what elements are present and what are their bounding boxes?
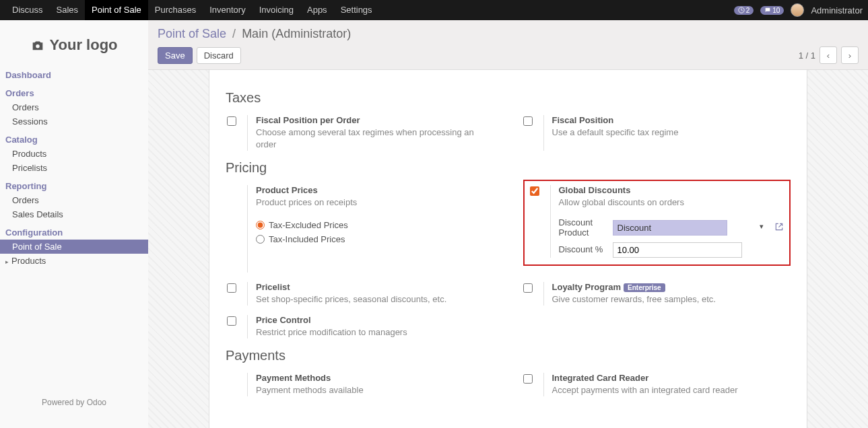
save-button[interactable]: Save [158,47,193,64]
pager-prev[interactable]: ‹ [820,46,837,64]
sidebar-dashboard[interactable]: Dashboard [5,68,148,82]
sidebar-reporting-orders[interactable]: Orders [5,193,148,207]
product-prices-title: Product Prices [256,185,495,195]
radio-tax-excluded-label: Tax-Excluded Prices [269,220,348,230]
checkbox-card-reader[interactable] [523,374,533,384]
breadcrumb-current: Main (Administrator) [242,27,351,40]
sidebar-orders[interactable]: Orders [5,86,148,100]
radio-tax-excluded[interactable] [256,221,265,229]
breadcrumb: Point of Sale / Main (Administrator) [158,27,859,41]
external-link-icon[interactable] [774,222,784,234]
sidebar-orders-sessions[interactable]: Sessions [5,114,148,129]
form-sheet: Taxes Fiscal Position per Order Choose a… [209,70,807,428]
loyalty-desc: Give customer rewards, free samples, etc… [552,293,791,306]
section-pricing: Pricing [226,160,791,176]
sidebar-configuration[interactable]: Configuration [5,225,148,240]
sidebar-catalog-products[interactable]: Products [5,147,148,161]
comment-icon [764,7,771,13]
card-reader-title: Integrated Card Reader [552,373,791,383]
menu-inventory[interactable]: Inventory [203,0,252,20]
section-payments: Payments [226,348,791,363]
radio-tax-included[interactable] [256,235,265,244]
messages-badge[interactable]: 10 [760,6,784,15]
avatar[interactable] [791,3,804,17]
clock-icon [738,7,745,13]
checkbox-pricelist[interactable] [227,283,236,293]
loyalty-title: Loyalty ProgramEnterprise [552,282,791,292]
payment-methods-title: Payment Methods [256,373,495,383]
checkbox-global-discounts[interactable] [530,186,539,196]
product-prices-desc: Product prices on receipts [256,197,495,209]
svg-point-1 [36,44,40,48]
clock-badge[interactable]: 2 [734,6,754,15]
powered-by[interactable]: Powered by Odoo [0,391,148,414]
global-discounts-desc: Allow global discounts on orders [559,197,784,209]
main-content: Point of Sale / Main (Administrator) Sav… [148,20,868,428]
breadcrumb-root[interactable]: Point of Sale [158,27,226,40]
menu-settings[interactable]: Settings [334,0,379,20]
discount-pct-label: Discount % [559,244,606,255]
sidebar-reporting[interactable]: Reporting [5,179,148,193]
discount-pct-input[interactable] [613,242,742,258]
breadcrumb-sep: / [232,27,236,40]
camera-icon [30,38,45,52]
menu-pos[interactable]: Point of Sale [85,0,148,20]
fiscal-position-desc: Use a default specific tax regime [552,127,791,139]
pricelist-title: Pricelist [256,282,495,292]
price-control-title: Price Control [256,315,495,325]
control-panel: Point of Sale / Main (Administrator) Sav… [148,20,868,70]
pager: 1 / 1 ‹ › [799,46,859,64]
radio-tax-included-label: Tax-Included Prices [269,234,345,244]
top-navbar: Discuss Sales Point of Sale Purchases In… [0,0,868,20]
pager-next[interactable]: › [841,46,859,64]
menu-invoicing[interactable]: Invoicing [253,0,300,20]
global-discounts-title: Global Discounts [559,185,784,195]
sidebar-catalog-pricelists[interactable]: Pricelists [5,161,148,175]
menu-sales[interactable]: Sales [50,0,86,20]
menu-discuss[interactable]: Discuss [5,0,50,20]
sidebar-catalog[interactable]: Catalog [5,133,148,147]
logo[interactable]: Your logo [0,27,148,66]
menu-purchases[interactable]: Purchases [148,0,203,20]
checkbox-loyalty[interactable] [523,283,533,293]
sidebar: Your logo Dashboard Orders Orders Sessio… [0,20,148,428]
global-discounts-highlight: Global Discounts Allow global discounts … [523,180,791,265]
fiscal-position-title: Fiscal Position [552,115,791,125]
card-reader-desc: Accept payments with an integrated card … [552,384,791,396]
discard-button[interactable]: Discard [197,47,241,64]
enterprise-badge: Enterprise [624,283,665,292]
checkbox-fiscal-position[interactable] [523,116,533,126]
payment-methods-desc: Payment methods available [256,384,495,396]
discount-product-select[interactable] [613,220,727,236]
sidebar-config-pos[interactable]: Point of Sale [0,240,148,254]
checkbox-price-control[interactable] [227,316,236,326]
sidebar-config-products[interactable]: Products [5,254,148,268]
sidebar-reporting-sales-details[interactable]: Sales Details [5,207,148,221]
user-name[interactable]: Administrator [811,5,863,15]
checkbox-fiscal-per-order[interactable] [227,116,236,126]
pager-text: 1 / 1 [799,50,815,61]
fiscal-per-order-title: Fiscal Position per Order [256,115,495,125]
menu-apps[interactable]: Apps [300,0,334,20]
fiscal-per-order-desc: Choose among several tax regimes when pr… [256,127,495,151]
price-control-desc: Restrict price modification to managers [256,326,495,338]
section-taxes: Taxes [226,90,791,106]
discount-product-label: Discount Product [559,217,606,238]
main-menu: Discuss Sales Point of Sale Purchases In… [5,0,379,20]
pricelist-desc: Set shop-specific prices, seasonal disco… [256,293,495,306]
sidebar-orders-orders[interactable]: Orders [5,100,148,114]
